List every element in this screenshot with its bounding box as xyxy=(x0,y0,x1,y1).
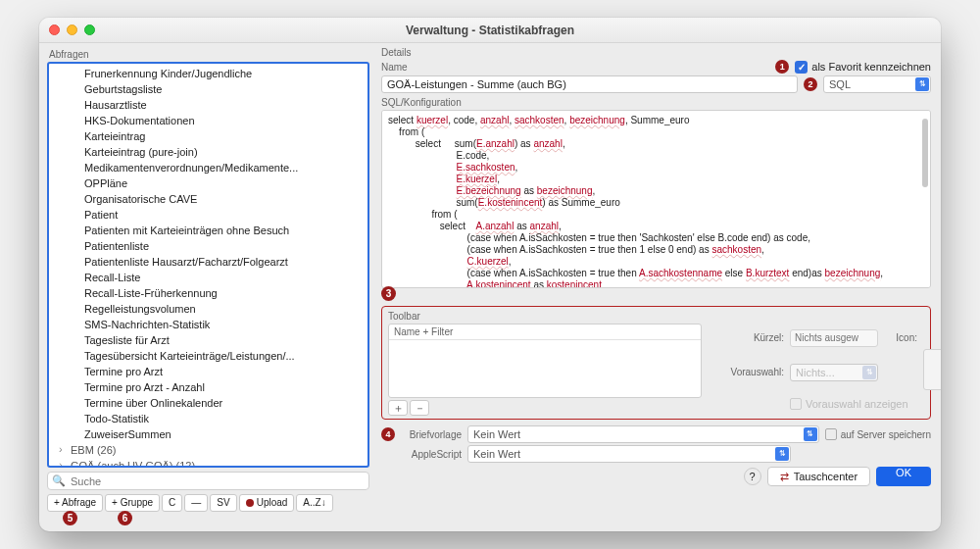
kuerzel-field xyxy=(790,329,878,347)
tree-item[interactable]: Recall-Liste-Früherkennung xyxy=(49,285,368,301)
applescript-select[interactable]: Kein Wert⇅ xyxy=(467,445,791,463)
left-pane: Abfragen Frunerkennung Kinder/Jugendlich… xyxy=(39,43,377,531)
tree-item[interactable]: Todo-Statistik xyxy=(49,411,368,426)
window-title: Verwaltung - Statistikabfragen xyxy=(39,24,941,37)
chevron-updown-icon: ⇅ xyxy=(775,447,789,461)
server-save-label: auf Server speichern xyxy=(841,429,931,440)
details-heading: Details xyxy=(381,47,931,58)
tree-item[interactable]: OPPläne xyxy=(49,175,368,191)
tree-item[interactable]: Tagesliste für Arzt xyxy=(49,332,368,348)
vorauswahl-select: Nichts...⇅ xyxy=(790,364,878,381)
query-tree[interactable]: Frunerkennung Kinder/JugendlicheGeburtst… xyxy=(47,62,369,468)
vorauswahl-show-label: Vorauswahl anzeigen xyxy=(806,398,908,410)
annotation-3: 3 xyxy=(381,286,396,301)
tree-item[interactable]: Termine über Onlinekalender xyxy=(49,395,368,411)
search-icon: 🔍 xyxy=(52,474,66,487)
toolbar-remove-button[interactable]: － xyxy=(410,400,429,416)
sort-button[interactable]: A..Z↓ xyxy=(296,494,332,512)
name-label: Name xyxy=(381,62,416,73)
tree-item[interactable]: Karteieintrag (pure-join) xyxy=(49,144,368,160)
window-minimize-button[interactable] xyxy=(67,25,77,35)
briefvorlage-label: Briefvorlage xyxy=(401,429,462,440)
titlebar: Verwaltung - Statistikabfragen xyxy=(39,18,941,43)
chevron-updown-icon: ⇅ xyxy=(915,77,929,91)
tree-item[interactable]: Patientenliste Hausarzt/Facharzt/Folgear… xyxy=(49,254,368,270)
tree-item[interactable]: ZuweiserSummen xyxy=(49,426,368,442)
tree-item[interactable]: Hausarztliste xyxy=(49,97,368,113)
tree-item[interactable]: HKS-Dokumentationen xyxy=(49,113,368,128)
applescript-label: AppleScript xyxy=(401,449,462,460)
annotation-1: 1 xyxy=(775,60,789,74)
add-query-button[interactable]: + Abfrage xyxy=(47,494,103,512)
tree-item[interactable]: Termine pro Arzt - Anzahl xyxy=(49,379,368,395)
icon-label: Icon: xyxy=(884,332,917,343)
tree-item[interactable]: Regelleistungsvolumen xyxy=(49,301,368,317)
tree-item[interactable]: Termine pro Arzt xyxy=(49,364,368,379)
tree-item[interactable]: Karteieintrag xyxy=(49,128,368,144)
annotation-5: 5 xyxy=(63,511,77,525)
tree-item[interactable]: SMS-Nachrichten-Statistik xyxy=(49,317,368,332)
annotation-6: 6 xyxy=(118,511,132,525)
tree-item[interactable]: Tagesübersicht Karteieinträge/Leistungen… xyxy=(49,348,368,364)
vorauswahl-label: Vorauswahl: xyxy=(717,367,784,377)
tree-item[interactable]: Patienten mit Karteieinträgen ohne Besuc… xyxy=(49,223,368,238)
icon-well[interactable] xyxy=(923,349,941,390)
tree-item[interactable]: Organisatorische CAVE xyxy=(49,191,368,207)
tree-item[interactable]: Patientenliste xyxy=(49,238,368,254)
query-search-input[interactable] xyxy=(69,474,365,488)
chevron-updown-icon: ⇅ xyxy=(862,366,876,379)
toolbar-add-button[interactable]: ＋ xyxy=(388,400,408,416)
vorauswahl-show-checkbox xyxy=(790,398,802,410)
right-pane: Details Name 1 ✓ als Favorit kennzeichne… xyxy=(377,43,941,531)
window-zoom-button[interactable] xyxy=(84,25,95,35)
toolbar-label: Toolbar xyxy=(388,311,924,322)
add-group-button[interactable]: + Gruppe xyxy=(105,494,160,512)
name-field[interactable]: GOÄ-Leistungen - Summe (auch BG) xyxy=(381,75,798,93)
queries-heading: Abfragen xyxy=(47,49,369,62)
tree-item[interactable]: Recall-Liste xyxy=(49,270,368,285)
tree-item[interactable]: Patient xyxy=(49,207,368,223)
upload-button[interactable]: Upload xyxy=(239,494,295,512)
window-close-button[interactable] xyxy=(49,25,60,35)
query-search-field[interactable]: 🔍 xyxy=(47,472,369,490)
ok-button[interactable]: OK xyxy=(876,467,931,486)
help-button[interactable]: ? xyxy=(744,468,761,485)
exchange-icon: ⇄ xyxy=(780,471,789,483)
annotation-4: 4 xyxy=(381,427,395,441)
copy-button[interactable]: C xyxy=(162,494,182,512)
tauschcenter-button[interactable]: ⇄ Tauschcenter xyxy=(767,467,870,486)
scrollbar-thumb[interactable] xyxy=(922,119,928,187)
tree-item[interactable]: Geburtstagsliste xyxy=(49,81,368,97)
sv-button[interactable]: SV xyxy=(210,494,236,512)
query-type-select[interactable]: SQL⇅ xyxy=(823,75,931,93)
sql-editor[interactable]: select kuerzel, code, anzahl, sachkosten… xyxy=(381,110,931,288)
remove-button[interactable]: — xyxy=(184,494,208,512)
chevron-updown-icon: ⇅ xyxy=(804,427,817,441)
tree-group[interactable]: GOÄ (auch UV-GOÄ) (12) xyxy=(49,458,368,466)
favorite-toggle[interactable]: ✓ als Favorit kennzeichnen xyxy=(795,61,931,74)
kuerzel-label: Kürzel: xyxy=(717,332,784,343)
tree-item[interactable]: Frunerkennung Kinder/Jugendliche xyxy=(49,66,368,81)
toolbar-list-header: Name + Filter xyxy=(389,324,701,340)
tree-group[interactable]: EBM (26) xyxy=(49,442,368,458)
toolbar-group: Toolbar Name + Filter ＋ － Kü xyxy=(381,306,931,420)
annotation-2: 2 xyxy=(804,77,817,91)
tree-item[interactable]: Medikamentenverordnungen/Medikamente... xyxy=(49,160,368,175)
toolbar-filter-list[interactable]: Name + Filter xyxy=(388,324,702,398)
window: Verwaltung - Statistikabfragen Abfragen … xyxy=(39,18,941,531)
briefvorlage-select[interactable]: Kein Wert⇅ xyxy=(467,425,819,443)
server-save-checkbox[interactable] xyxy=(825,428,837,440)
sql-label: SQL/Konfiguration xyxy=(381,97,931,108)
favorite-checkbox[interactable]: ✓ xyxy=(795,61,808,74)
upload-dot-icon xyxy=(246,499,254,507)
favorite-label: als Favorit kennzeichnen xyxy=(811,61,931,73)
